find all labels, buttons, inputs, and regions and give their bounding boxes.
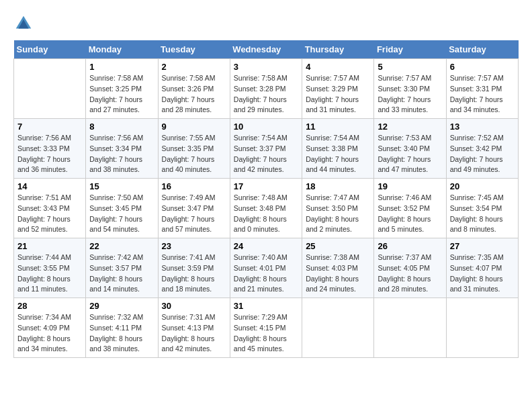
daylight-label: Daylight: 7 hours and 49 minutes. — [450, 155, 503, 174]
calendar-cell: 21 Sunrise: 7:44 AM Sunset: 3:55 PM Dayl… — [14, 238, 86, 298]
day-number: 26 — [378, 241, 442, 251]
sunrise-label: Sunrise: 7:46 AM — [378, 193, 431, 201]
day-number: 24 — [234, 241, 298, 251]
calendar-cell — [14, 59, 86, 119]
day-number: 10 — [234, 122, 298, 132]
sunrise-label: Sunrise: 7:38 AM — [306, 253, 359, 261]
sunrise-label: Sunrise: 7:41 AM — [162, 253, 216, 261]
sunset-label: Sunset: 4:15 PM — [234, 324, 286, 332]
day-number: 18 — [306, 181, 370, 191]
sunset-label: Sunset: 4:13 PM — [162, 324, 214, 332]
calendar-cell: 28 Sunrise: 7:34 AM Sunset: 4:09 PM Dayl… — [14, 298, 86, 358]
cell-info: Sunrise: 7:32 AM Sunset: 4:11 PM Dayligh… — [89, 312, 154, 355]
daylight-label: Daylight: 7 hours and 34 minutes. — [450, 95, 503, 114]
cell-info: Sunrise: 7:54 AM Sunset: 3:38 PM Dayligh… — [306, 133, 370, 175]
day-number: 7 — [17, 122, 82, 132]
sunset-label: Sunset: 3:25 PM — [89, 85, 142, 93]
sunrise-label: Sunrise: 7:31 AM — [162, 313, 216, 321]
day-number: 8 — [89, 122, 154, 132]
cell-info: Sunrise: 7:44 AM Sunset: 3:55 PM Dayligh… — [17, 253, 82, 295]
sunrise-label: Sunrise: 7:48 AM — [234, 193, 287, 201]
cell-info: Sunrise: 7:53 AM Sunset: 3:40 PM Dayligh… — [378, 133, 442, 175]
sunrise-label: Sunrise: 7:44 AM — [17, 253, 71, 261]
daylight-label: Daylight: 8 hours and 0 minutes. — [234, 215, 287, 234]
sunset-label: Sunset: 3:28 PM — [234, 85, 286, 93]
day-number: 30 — [162, 301, 226, 311]
sunrise-label: Sunrise: 7:37 AM — [378, 253, 431, 261]
weekday-header: Saturday — [446, 40, 518, 59]
calendar-cell: 14 Sunrise: 7:51 AM Sunset: 3:43 PM Dayl… — [14, 179, 86, 238]
day-number: 9 — [162, 122, 226, 132]
sunrise-label: Sunrise: 7:45 AM — [450, 193, 504, 201]
cell-info: Sunrise: 7:49 AM Sunset: 3:47 PM Dayligh… — [162, 193, 226, 235]
sunset-label: Sunset: 3:54 PM — [450, 204, 502, 212]
daylight-label: Daylight: 8 hours and 8 minutes. — [450, 215, 503, 234]
cell-info: Sunrise: 7:38 AM Sunset: 4:03 PM Dayligh… — [306, 253, 370, 295]
cell-info: Sunrise: 7:45 AM Sunset: 3:54 PM Dayligh… — [450, 193, 515, 235]
cell-info: Sunrise: 7:51 AM Sunset: 3:43 PM Dayligh… — [17, 193, 82, 235]
day-number: 29 — [89, 301, 154, 311]
sunrise-label: Sunrise: 7:58 AM — [234, 74, 287, 82]
calendar-week-row: 1 Sunrise: 7:58 AM Sunset: 3:25 PM Dayli… — [14, 59, 519, 119]
calendar-cell: 1 Sunrise: 7:58 AM Sunset: 3:25 PM Dayli… — [86, 59, 158, 119]
daylight-label: Daylight: 7 hours and 29 minutes. — [234, 95, 287, 114]
calendar-cell: 25 Sunrise: 7:38 AM Sunset: 4:03 PM Dayl… — [302, 238, 374, 298]
sunset-label: Sunset: 3:34 PM — [89, 144, 142, 152]
sunrise-label: Sunrise: 7:56 AM — [89, 134, 143, 142]
cell-info: Sunrise: 7:29 AM Sunset: 4:15 PM Dayligh… — [234, 312, 298, 355]
calendar-cell: 13 Sunrise: 7:52 AM Sunset: 3:42 PM Dayl… — [446, 119, 518, 179]
daylight-label: Daylight: 8 hours and 21 minutes. — [234, 275, 287, 293]
daylight-label: Daylight: 7 hours and 47 minutes. — [378, 155, 431, 174]
daylight-label: Daylight: 8 hours and 11 minutes. — [17, 275, 71, 293]
day-number: 15 — [89, 181, 154, 191]
sunset-label: Sunset: 3:30 PM — [378, 85, 430, 93]
cell-info: Sunrise: 7:57 AM Sunset: 3:30 PM Dayligh… — [378, 73, 442, 116]
daylight-label: Daylight: 8 hours and 31 minutes. — [450, 275, 503, 293]
sunset-label: Sunset: 3:33 PM — [17, 144, 70, 152]
calendar-cell: 22 Sunrise: 7:42 AM Sunset: 3:57 PM Dayl… — [86, 238, 158, 298]
daylight-label: Daylight: 8 hours and 14 minutes. — [89, 275, 142, 293]
sunset-label: Sunset: 4:11 PM — [89, 324, 142, 332]
cell-info: Sunrise: 7:41 AM Sunset: 3:59 PM Dayligh… — [162, 253, 226, 295]
weekday-header: Sunday — [14, 40, 86, 59]
cell-info: Sunrise: 7:58 AM Sunset: 3:28 PM Dayligh… — [234, 73, 298, 116]
daylight-label: Daylight: 8 hours and 5 minutes. — [378, 215, 431, 234]
logo — [13, 13, 35, 34]
day-number: 6 — [450, 62, 515, 72]
daylight-label: Daylight: 8 hours and 28 minutes. — [378, 275, 431, 293]
calendar-cell: 11 Sunrise: 7:54 AM Sunset: 3:38 PM Dayl… — [302, 119, 374, 179]
day-number: 17 — [234, 181, 298, 191]
sunset-label: Sunset: 4:03 PM — [306, 264, 358, 272]
cell-info: Sunrise: 7:58 AM Sunset: 3:26 PM Dayligh… — [162, 73, 226, 116]
sunset-label: Sunset: 3:57 PM — [89, 264, 142, 272]
cell-info: Sunrise: 7:54 AM Sunset: 3:37 PM Dayligh… — [234, 133, 298, 175]
daylight-label: Daylight: 8 hours and 38 minutes. — [89, 334, 142, 353]
sunrise-label: Sunrise: 7:51 AM — [17, 193, 71, 201]
calendar-cell: 31 Sunrise: 7:29 AM Sunset: 4:15 PM Dayl… — [230, 298, 302, 358]
day-number: 22 — [89, 241, 154, 251]
weekday-header: Tuesday — [158, 40, 230, 59]
calendar-cell: 17 Sunrise: 7:48 AM Sunset: 3:48 PM Dayl… — [230, 179, 302, 238]
calendar-cell: 6 Sunrise: 7:57 AM Sunset: 3:31 PM Dayli… — [446, 59, 518, 119]
sunset-label: Sunset: 3:52 PM — [378, 204, 430, 212]
daylight-label: Daylight: 7 hours and 33 minutes. — [378, 95, 431, 114]
day-number: 19 — [378, 181, 442, 191]
sunrise-label: Sunrise: 7:57 AM — [306, 74, 359, 82]
sunset-label: Sunset: 3:37 PM — [234, 144, 286, 152]
daylight-label: Daylight: 7 hours and 54 minutes. — [89, 215, 142, 234]
sunrise-label: Sunrise: 7:49 AM — [162, 193, 216, 201]
sunrise-label: Sunrise: 7:29 AM — [234, 313, 287, 321]
sunrise-label: Sunrise: 7:50 AM — [89, 193, 143, 201]
sunrise-label: Sunrise: 7:52 AM — [450, 134, 504, 142]
day-number: 1 — [89, 62, 154, 72]
sunset-label: Sunset: 3:55 PM — [17, 264, 70, 272]
cell-info: Sunrise: 7:57 AM Sunset: 3:31 PM Dayligh… — [450, 73, 515, 116]
sunrise-label: Sunrise: 7:42 AM — [89, 253, 143, 261]
sunrise-label: Sunrise: 7:55 AM — [162, 134, 216, 142]
day-number: 4 — [306, 62, 370, 72]
calendar-cell: 4 Sunrise: 7:57 AM Sunset: 3:29 PM Dayli… — [302, 59, 374, 119]
weekday-header: Monday — [86, 40, 158, 59]
sunset-label: Sunset: 3:47 PM — [162, 204, 214, 212]
cell-info: Sunrise: 7:55 AM Sunset: 3:35 PM Dayligh… — [162, 133, 226, 175]
calendar-cell: 9 Sunrise: 7:55 AM Sunset: 3:35 PM Dayli… — [158, 119, 230, 179]
